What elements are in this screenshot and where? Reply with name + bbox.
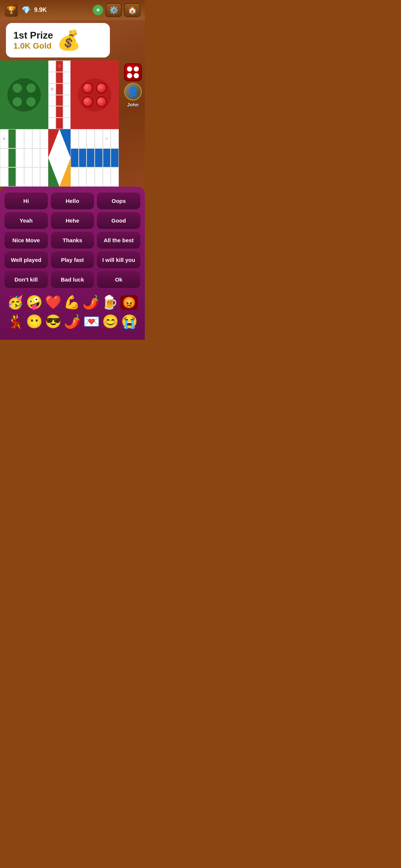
gem-count: 9.9K bbox=[34, 7, 91, 13]
chat-button-hi[interactable]: Hi bbox=[4, 193, 48, 209]
emoji-smile[interactable]: 😊 bbox=[102, 314, 119, 329]
emoji-sunglasses[interactable]: 😎 bbox=[45, 314, 62, 329]
chat-button-good[interactable]: Good bbox=[97, 212, 140, 229]
trophy-icon: 🏆 bbox=[4, 3, 18, 17]
chat-button-yeah[interactable]: Yeah bbox=[4, 212, 48, 229]
emoji-heart[interactable]: ❤️ bbox=[45, 295, 62, 310]
settings-button[interactable]: ⚙️ bbox=[105, 3, 122, 17]
chat-button-oops[interactable]: Oops bbox=[97, 193, 140, 209]
emoji-chili2[interactable]: 🌶️ bbox=[64, 314, 81, 329]
green-home-circle bbox=[7, 78, 41, 112]
chat-button-hello[interactable]: Hello bbox=[51, 193, 94, 209]
player-name: John bbox=[127, 102, 138, 108]
add-gems-button[interactable]: + bbox=[93, 5, 103, 15]
board-bottom-row: ☆ bbox=[0, 129, 119, 187]
board-middle-top: ☆ ☆ bbox=[48, 60, 71, 129]
prize-title: 1st Prize bbox=[13, 30, 53, 41]
player-indicator: 👤 John bbox=[124, 63, 142, 108]
prize-emoji: 💰 bbox=[57, 29, 81, 52]
red-home bbox=[71, 60, 119, 129]
avatar: 👤 bbox=[124, 83, 142, 101]
chat-button-i-will-kill-you[interactable]: I will kill you bbox=[97, 251, 140, 268]
chat-panel: Hi Hello Oops Yeah Hehe Good Nice Move T… bbox=[0, 187, 145, 340]
chat-button-all-the-best[interactable]: All the best bbox=[97, 232, 140, 249]
top-right-buttons: ⚙️ 🏠 bbox=[105, 3, 140, 17]
emoji-muscle[interactable]: 💪 bbox=[63, 295, 80, 310]
chat-button-nice-move[interactable]: Nice Move bbox=[4, 232, 48, 249]
emoji-row-2: 💃 😶 😎 🌶️ 💌 😊 😭 bbox=[4, 312, 140, 334]
red-home-circle bbox=[78, 78, 111, 112]
prize-text: 1st Prize 1.0K Gold bbox=[13, 30, 53, 51]
game-area: ☆ ☆ bbox=[0, 60, 145, 187]
emoji-love-letter[interactable]: 💌 bbox=[83, 314, 100, 329]
dice-dot bbox=[127, 73, 132, 78]
chat-button-well-played[interactable]: Well played bbox=[4, 251, 48, 268]
dice-dot bbox=[134, 66, 139, 72]
top-bar: 🏆 💎 9.9K + ⚙️ 🏠 bbox=[0, 0, 145, 20]
board-center bbox=[48, 129, 71, 187]
home-button[interactable]: 🏠 bbox=[124, 3, 140, 17]
chat-button-play-fast[interactable]: Play fast bbox=[51, 251, 94, 268]
emoji-chili[interactable]: 🌶️ bbox=[82, 295, 99, 310]
board-top-row: ☆ ☆ bbox=[0, 60, 119, 129]
dice bbox=[124, 63, 142, 81]
chat-button-thanks[interactable]: Thanks bbox=[51, 232, 94, 249]
emoji-beer[interactable]: 🍺 bbox=[101, 295, 118, 310]
prize-amount: 1.0K Gold bbox=[13, 41, 53, 51]
emoji-party[interactable]: 🥳 bbox=[7, 295, 24, 310]
emoji-dance[interactable]: 💃 bbox=[7, 314, 24, 329]
emoji-crazy[interactable]: 🤪 bbox=[26, 295, 43, 310]
emoji-angry[interactable]: 😡 bbox=[120, 295, 138, 310]
gem-icon: 💎 bbox=[20, 4, 32, 16]
board-left-strip: ☆ bbox=[0, 129, 48, 187]
ludo-board: ☆ ☆ bbox=[0, 60, 119, 187]
chat-button-ok[interactable]: Ok bbox=[97, 271, 140, 288]
dice-dot bbox=[127, 66, 132, 72]
chat-button-bad-luck[interactable]: Bad luck bbox=[51, 271, 94, 288]
emoji-cry[interactable]: 😭 bbox=[121, 314, 138, 329]
emoji-row-1: 🥳 🤪 ❤️ 💪 🌶️ 🍺 😡 bbox=[4, 291, 140, 312]
green-home bbox=[0, 60, 48, 129]
emoji-neutral[interactable]: 😶 bbox=[26, 314, 43, 329]
chat-button-hehe[interactable]: Hehe bbox=[51, 212, 94, 229]
chat-button-dont-kill[interactable]: Don't kill bbox=[4, 271, 48, 288]
board-right-strip: ☆ bbox=[71, 129, 119, 187]
chat-buttons-grid: Hi Hello Oops Yeah Hehe Good Nice Move T… bbox=[4, 193, 140, 288]
dice-dot bbox=[134, 73, 139, 78]
prize-card: 1st Prize 1.0K Gold 💰 bbox=[6, 23, 110, 57]
